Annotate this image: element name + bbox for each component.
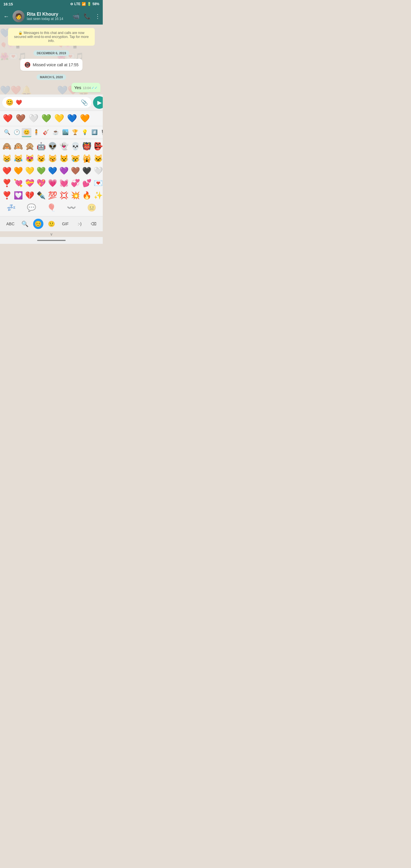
emoji-yellow-heart[interactable]: 💛 xyxy=(24,165,35,177)
contact-info[interactable]: Rita El Khoury last seen today at 16:14 xyxy=(27,12,70,21)
emoji-cat-numbers[interactable]: #️⃣ xyxy=(90,128,99,137)
emoji-meh[interactable]: 😐 xyxy=(86,202,97,213)
message-text: Yes xyxy=(74,85,81,90)
emoji-blue-heart[interactable]: 💙 xyxy=(47,165,58,177)
emoji-red-heart[interactable]: ❤️ xyxy=(1,165,12,177)
attach-button[interactable]: 📎 xyxy=(81,99,88,106)
abc-button[interactable]: ABC xyxy=(4,220,17,227)
sticker-search-button[interactable]: 🔍 xyxy=(22,220,29,227)
message-yes: Yes 13:04 ✓✓ xyxy=(71,83,100,92)
emoji-orange-heart[interactable]: 🧡 xyxy=(12,165,24,177)
emoji-goblin[interactable]: 👺 xyxy=(92,141,103,152)
voice-call-button[interactable]: 📞 xyxy=(84,13,91,20)
emoticons-button[interactable]: :-) xyxy=(76,220,84,227)
expand-button[interactable]: ∨ xyxy=(0,231,103,237)
emoji-cat-travel[interactable]: 🏙️ xyxy=(61,128,70,137)
more-options-button[interactable]: ⋮ xyxy=(95,13,100,20)
emoji-zzz[interactable]: 💤 xyxy=(5,202,17,213)
emoji-cat-pout[interactable]: 😾 xyxy=(58,153,70,164)
emoji-two-hearts[interactable]: 💕 xyxy=(81,178,92,189)
heart-red[interactable]: ❤️ xyxy=(2,113,14,124)
emoji-cat-smileys[interactable]: 😊 xyxy=(22,128,31,137)
emoji-pink-heart[interactable]: 💗 xyxy=(47,178,58,189)
emoji-cat-grin[interactable]: 😸 xyxy=(1,153,12,164)
date-badge-mar: MARCH 5, 2020 xyxy=(2,74,100,80)
emoji-wave[interactable]: 〰️ xyxy=(66,202,77,213)
emoji-cat-objects[interactable]: 🏆 xyxy=(70,128,80,137)
emoji-cat-symbols[interactable]: 💡 xyxy=(80,128,90,137)
emoji-bubble[interactable]: 💬 xyxy=(26,202,37,213)
emoji-fire[interactable]: 🔥 xyxy=(81,190,92,201)
emoji-cat-smirk[interactable]: 😼 xyxy=(35,153,47,164)
send-button[interactable]: ▶ xyxy=(93,96,103,109)
video-call-button[interactable]: 📹 xyxy=(72,13,80,20)
message-input[interactable] xyxy=(24,100,78,105)
emoji-hear-no-evil[interactable]: 🙉 xyxy=(12,141,24,152)
emoji-sparkles[interactable]: ✨ xyxy=(92,190,103,201)
heart-brown[interactable]: 🤎 xyxy=(14,113,27,124)
emoji-brown-heart[interactable]: 🤎 xyxy=(70,165,81,177)
heart-green[interactable]: 💚 xyxy=(40,113,53,124)
emoji-ghost[interactable]: 👻 xyxy=(58,141,70,152)
emoji-robot[interactable]: 🤖 xyxy=(35,141,47,152)
emoji-heart-decoration[interactable]: ❣️ xyxy=(1,190,12,201)
status-bar: 16:15 ⊖ LTE 📶 🔋 58% xyxy=(0,0,103,8)
emoji-cat-people[interactable]: 🧍 xyxy=(31,128,41,137)
emoji-cat-food[interactable]: ☕ xyxy=(51,128,61,137)
emoji-keyboard-button[interactable]: 😊 xyxy=(33,219,43,229)
emoji-cat-joy[interactable]: 😹 xyxy=(12,153,24,164)
input-emoji-value: ❤️ xyxy=(16,99,22,106)
encryption-text: 🔒 Messages to this chat and calls are no… xyxy=(14,31,89,43)
emoji-alien[interactable]: 👽 xyxy=(47,141,58,152)
emoji-heart-box[interactable]: 💟 xyxy=(12,190,24,201)
message-time: 13:04 xyxy=(83,86,91,90)
heart-blue[interactable]: 💙 xyxy=(66,113,78,124)
emoji-green-heart[interactable]: 💚 xyxy=(35,165,47,177)
emoji-purple-heart[interactable]: 💜 xyxy=(58,165,70,177)
gif-button[interactable]: GIF xyxy=(60,220,71,227)
emoji-see-no-evil[interactable]: 🙈 xyxy=(1,141,12,152)
emoji-cat-face[interactable]: 🐱 xyxy=(92,153,103,164)
heart-yellow[interactable]: 💛 xyxy=(53,113,65,124)
emoji-pen[interactable]: ✒️ xyxy=(35,190,47,201)
date-mar-label: MARCH 5, 2020 xyxy=(36,74,66,80)
emoji-anger[interactable]: 💢 xyxy=(58,190,70,201)
battery-icon: 🔋 xyxy=(87,2,91,6)
date-dec-label: DECEMBER 6, 2019 xyxy=(33,50,70,56)
avatar[interactable]: 🧑 xyxy=(12,10,25,22)
heart-white[interactable]: 🤍 xyxy=(27,113,40,124)
emoji-ogre[interactable]: 👹 xyxy=(81,141,92,152)
emoji-beating-heart[interactable]: 💓 xyxy=(58,178,70,189)
encryption-notice[interactable]: 🔒 Messages to this chat and calls are no… xyxy=(8,28,95,46)
lte-label: LTE xyxy=(74,2,81,6)
emoji-cat-recent[interactable]: 🕐 xyxy=(12,128,22,137)
emoji-heart-exclamation[interactable]: ❣️ xyxy=(1,178,12,189)
emoji-broken-heart[interactable]: 💔 xyxy=(24,190,35,201)
emoji-cat-search[interactable]: 🔍 xyxy=(2,128,12,137)
emoji-collision[interactable]: 💥 xyxy=(70,190,81,201)
emoji-cat-activities[interactable]: 🎸 xyxy=(41,128,51,137)
back-button[interactable]: ← xyxy=(2,12,10,21)
memoji-button[interactable]: 🙂 xyxy=(48,220,55,227)
emoji-cat-kiss[interactable]: 😽 xyxy=(47,153,58,164)
emoji-speak-no-evil[interactable]: 🙊 xyxy=(24,141,35,152)
emoji-button[interactable]: 😊 xyxy=(6,99,13,106)
emoji-cat-heart[interactable]: 😻 xyxy=(24,153,35,164)
emoji-revolving-hearts[interactable]: 💞 xyxy=(70,178,81,189)
emoji-skull[interactable]: 💀 xyxy=(70,141,81,152)
emoji-sparkle-heart[interactable]: 💖 xyxy=(35,178,47,189)
emoji-cat-flags[interactable]: 🏴 xyxy=(99,128,103,137)
chat-header: ← 🧑 Rita El Khoury last seen today at 16… xyxy=(0,8,103,25)
emoji-white-heart[interactable]: 🤍 xyxy=(92,165,103,177)
emoji-cat-scream[interactable]: 🙀 xyxy=(81,153,92,164)
emoji-100[interactable]: 💯 xyxy=(47,190,58,201)
delete-button[interactable]: ⌫ xyxy=(89,220,99,227)
emoji-balloon[interactable]: 🎈 xyxy=(46,202,57,213)
emoji-black-heart[interactable]: 🖤 xyxy=(81,165,92,177)
input-area: 😊 ❤️ 📎 ▶ xyxy=(0,94,103,111)
emoji-gift-heart[interactable]: 💝 xyxy=(24,178,35,189)
heart-orange[interactable]: 🧡 xyxy=(79,113,91,124)
emoji-cat-cry[interactable]: 😿 xyxy=(70,153,81,164)
emoji-cupid[interactable]: 💘 xyxy=(12,178,24,189)
emoji-love-letter[interactable]: 💌 xyxy=(92,178,103,189)
